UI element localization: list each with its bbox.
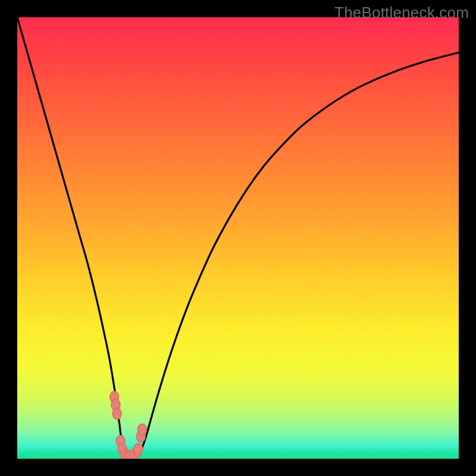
plot-area (17, 17, 459, 459)
chart-canvas: TheBottleneck.com (0, 0, 476, 476)
marker-point (134, 443, 143, 455)
watermark-text: TheBottleneck.com (334, 4, 469, 22)
marker-point (112, 408, 121, 419)
marker-point (137, 424, 146, 436)
data-markers (17, 17, 459, 459)
